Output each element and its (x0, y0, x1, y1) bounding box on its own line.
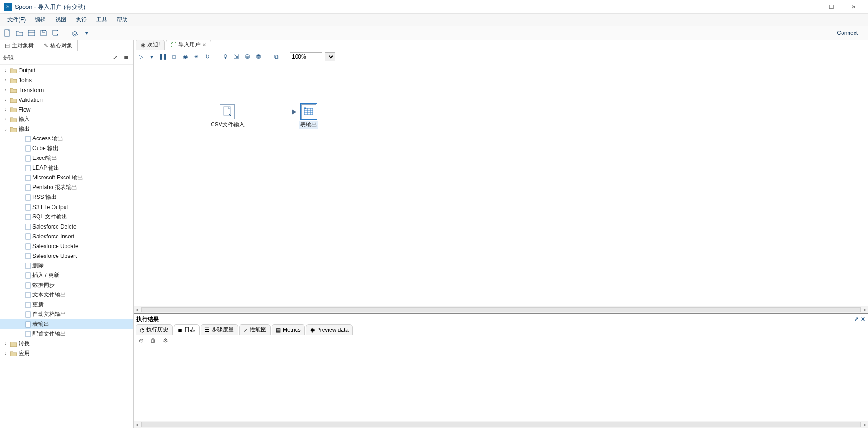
log-settings-icon[interactable]: ⚙ (162, 337, 169, 344)
menu-file[interactable]: 文件(F) (3, 14, 30, 25)
tree-item-output-child[interactable]: 数据同步 (0, 280, 133, 290)
twisty-icon[interactable]: › (3, 117, 8, 122)
maximize-button[interactable]: ☐ (821, 0, 842, 13)
rtab-metrics[interactable]: ▤Metrics (272, 324, 305, 335)
tree-item-output-child[interactable]: 插入 / 更新 (0, 270, 133, 280)
tab-close-icon[interactable]: ✕ (202, 42, 206, 47)
menu-edit[interactable]: 编辑 (30, 14, 51, 25)
results-hscroll[interactable]: ◂ ▸ (134, 421, 868, 428)
preview-icon[interactable]: ◉ (181, 53, 189, 61)
collapse-all-icon[interactable]: ≣ (122, 53, 130, 62)
tree-item-output[interactable]: ›Output (0, 66, 133, 75)
tree-item-output-child[interactable]: 删除 (0, 261, 133, 270)
tab-welcome[interactable]: ◉ 欢迎! (136, 40, 165, 50)
rtab-perf[interactable]: ↗性能图 (239, 324, 271, 335)
results-scroll-thumb[interactable] (141, 422, 861, 427)
tree-item-output-child[interactable]: Microsoft Excel 输出 (0, 173, 133, 183)
menu-tools[interactable]: 工具 (91, 14, 112, 25)
rtab-log[interactable]: ≣日志 (174, 324, 200, 335)
twisty-icon[interactable]: › (3, 97, 8, 102)
run-icon[interactable]: ▷ (136, 53, 145, 61)
node-table-output[interactable]: 表输出 (299, 104, 318, 129)
tree-item-output-child[interactable]: Pentaho 报表输出 (0, 183, 133, 192)
tree-item-output-child[interactable]: 配置文件输出 (0, 329, 133, 339)
menu-view[interactable]: 视图 (51, 14, 71, 25)
node-csv-input[interactable]: CSV文件输入 (211, 104, 245, 129)
menu-run[interactable]: 执行 (71, 14, 91, 25)
impact-icon[interactable]: ⇲ (232, 53, 240, 61)
canvas[interactable]: CSV文件输入 表输出 (134, 63, 868, 306)
tree-item-output-child[interactable]: Salesforce Delete (0, 222, 133, 231)
results-scroll-right-icon[interactable]: ▸ (862, 422, 868, 427)
perspective-icon[interactable] (70, 28, 79, 38)
minimize-button[interactable]: ─ (798, 0, 820, 13)
tree-item-joins[interactable]: ›Joins (0, 75, 133, 85)
perspective-dropdown-icon[interactable]: ▾ (82, 28, 91, 38)
twisty-icon[interactable]: › (3, 87, 8, 92)
twisty-icon[interactable]: ⌄ (3, 126, 8, 132)
results-scroll-left-icon[interactable]: ◂ (134, 422, 140, 427)
tree-item-output-child[interactable]: Access 输出 (0, 134, 133, 144)
save-as-icon[interactable] (51, 28, 60, 38)
log-trash-icon[interactable]: 🗑 (149, 337, 157, 344)
show-results-icon[interactable]: ⧉ (272, 53, 280, 61)
tree-item-flow[interactable]: ›Flow (0, 105, 133, 114)
canvas-hscroll[interactable]: ◂ ▸ (134, 306, 868, 313)
replay-icon[interactable]: ↻ (203, 53, 212, 61)
connect-link[interactable]: Connect (837, 30, 865, 36)
twisty-icon[interactable]: › (3, 341, 8, 346)
tree-item-output-child[interactable]: Salesforce Update (0, 241, 133, 251)
zoom-input[interactable] (290, 52, 322, 61)
tree-item-output-child[interactable]: 表输出 (0, 319, 133, 329)
tree-item-输入[interactable]: ›输入 (0, 114, 133, 124)
tree-item-output-child[interactable]: S3 File Output (0, 202, 133, 212)
sidebar-tab-core[interactable]: ✎ 核心对象 (39, 40, 78, 51)
debug-icon[interactable]: ✴ (192, 53, 201, 61)
tree-item-output-child[interactable]: 文本文件输出 (0, 290, 133, 300)
tree-item-应用[interactable]: ›应用 (0, 349, 133, 358)
verify-icon[interactable]: ⚲ (221, 53, 229, 61)
rtab-step-metrics[interactable]: ☰步骤度量 (201, 324, 238, 335)
run-options-dropdown-icon[interactable]: ▾ (148, 53, 156, 61)
rtab-preview[interactable]: ◉Preview data (306, 324, 353, 335)
pause-icon[interactable]: ❚❚ (159, 53, 167, 61)
twisty-icon[interactable]: › (3, 107, 8, 112)
tree-item-validation[interactable]: ›Validation (0, 95, 133, 105)
scroll-thumb[interactable] (141, 307, 861, 312)
tree-item-output-child[interactable]: Salesforce Upsert (0, 251, 133, 261)
tree-item-output-child[interactable]: SQL 文件输出 (0, 212, 133, 222)
menu-help[interactable]: 帮助 (112, 14, 132, 25)
tree-item-output-child[interactable]: Excel输出 (0, 153, 133, 163)
steps-tree[interactable]: ›Output›Joins›Transform›Validation›Flow›… (0, 65, 133, 428)
tree-item-output-child[interactable]: Cube 输出 (0, 144, 133, 153)
tree-item-output-child[interactable]: 自动文档输出 (0, 309, 133, 319)
steps-filter-input[interactable] (17, 53, 108, 62)
open-file-icon[interactable] (15, 28, 24, 38)
tab-transform[interactable]: ⛶ 导入用户 ✕ (166, 40, 211, 50)
scroll-left-icon[interactable]: ◂ (134, 307, 140, 312)
zoom-dropdown[interactable] (325, 52, 335, 61)
tree-item-转换[interactable]: ›转换 (0, 339, 133, 349)
sidebar-tab-tree[interactable]: ▤ 主对象树 (0, 40, 39, 51)
tree-item-output-child[interactable]: LDAP 输出 (0, 163, 133, 173)
tree-item-output-child[interactable]: 更新 (0, 300, 133, 309)
scroll-right-icon[interactable]: ▸ (862, 307, 868, 312)
new-file-icon[interactable] (3, 28, 12, 38)
results-log-body[interactable] (134, 346, 868, 421)
rtab-history[interactable]: ◔执行历史 (136, 324, 173, 335)
explore-repo-icon[interactable] (27, 28, 36, 38)
twisty-icon[interactable]: › (3, 68, 8, 73)
close-window-button[interactable]: ✕ (843, 0, 864, 13)
results-close-icon[interactable]: ✕ (861, 316, 865, 323)
tree-item-output-child[interactable]: Salesforce Insert (0, 231, 133, 241)
twisty-icon[interactable]: › (3, 351, 8, 356)
save-icon[interactable] (39, 28, 48, 38)
expand-all-icon[interactable]: ⤢ (111, 53, 119, 62)
stop-icon[interactable]: □ (170, 53, 178, 61)
log-clear-icon[interactable]: ⊖ (137, 337, 145, 344)
sql-icon[interactable]: ⛁ (243, 53, 252, 61)
tree-item-output-child[interactable]: RSS 输出 (0, 192, 133, 202)
tree-item-transform[interactable]: ›Transform (0, 85, 133, 95)
explore-db-icon[interactable]: ⛃ (254, 53, 263, 61)
tree-item-output-group[interactable]: ⌄输出 (0, 124, 133, 134)
